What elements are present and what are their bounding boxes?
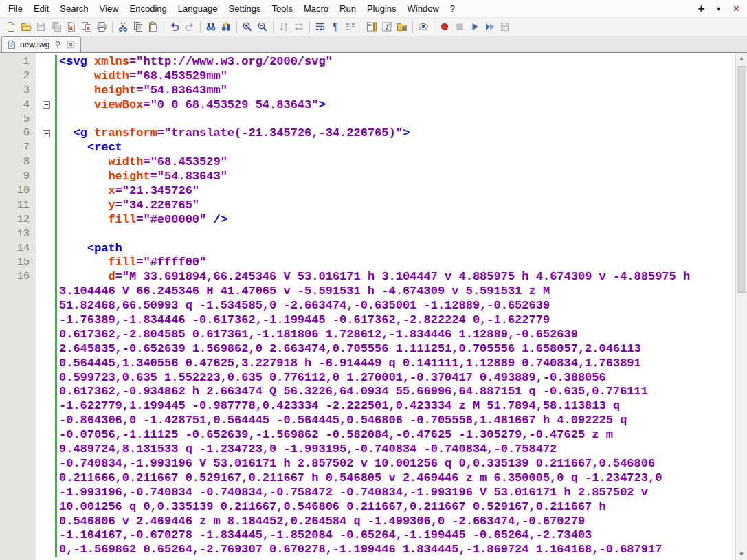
macro-run-multiple-button[interactable] [482, 19, 498, 34]
menu-item-encoding[interactable]: Encoding [124, 1, 172, 16]
editor-row[interactable]: 14 <path [0, 242, 735, 256]
scroll-thumb[interactable] [737, 66, 746, 293]
editor-row[interactable]: 1<svg xmlns="http://www.w3.org/2000/svg" [0, 55, 735, 69]
editor-row[interactable]: 5 [0, 113, 735, 127]
copy-button[interactable] [131, 19, 146, 34]
editor-row[interactable]: 6 <g transform="translate(-21.345726,-34… [0, 126, 735, 141]
menu-item-window[interactable]: Window [402, 1, 445, 16]
print-button[interactable] [94, 19, 109, 34]
line-number: 8 [0, 155, 36, 170]
menu-item-macro[interactable]: Macro [298, 1, 334, 16]
editor-row[interactable]: 0.564445,1.340556 0.47625,3.227918 h -6.… [0, 357, 735, 371]
menu-item-language[interactable]: Language [172, 1, 223, 16]
menu-item-search[interactable]: Search [54, 1, 93, 16]
editor-row[interactable]: 7 <rect [0, 141, 735, 155]
editor-row[interactable]: -1.993196,-0.740834 -0.740834,-0.758472 … [0, 486, 735, 500]
undo-button[interactable] [167, 19, 182, 34]
function-list-button[interactable]: f [379, 19, 394, 34]
sync-vertical-button[interactable] [276, 19, 291, 34]
editor-row[interactable]: 8 width="68.453529" [0, 155, 735, 170]
tab-list-dropdown[interactable]: ▼ [715, 5, 722, 12]
scroll-down-arrow[interactable]: ▼ [736, 548, 747, 560]
editor-row[interactable]: -1.164167,-0.670278 -1.834445,-1.852084 … [0, 528, 735, 543]
editor-row[interactable]: 12 fill="#e00000" /> [0, 213, 735, 227]
monitoring-button[interactable] [416, 19, 431, 34]
editor-pane[interactable]: 1<svg xmlns="http://www.w3.org/2000/svg"… [0, 53, 747, 560]
menu-item-file[interactable]: File [3, 1, 28, 16]
editor-row[interactable]: 9.489724,8.131533 q -1.234723,0 -1.99319… [0, 443, 735, 457]
menu-item-view[interactable]: View [94, 1, 124, 16]
fold-margin [36, 328, 55, 342]
xml-text [59, 199, 108, 212]
editor-row[interactable]: 0.617362,-0.934862 h 2.663474 Q 56.3226,… [0, 385, 735, 399]
close-button[interactable] [64, 19, 79, 34]
vertical-scrollbar[interactable]: ▲ ▼ [735, 53, 747, 560]
macro-play-button[interactable] [467, 19, 482, 34]
menu-item-tools[interactable]: Tools [267, 1, 298, 16]
xml-value: -1.76389,-1.834446 -0.617362,-1.199445 -… [59, 313, 550, 326]
editor-row[interactable]: -1.76389,-1.834446 -0.617362,-1.199445 -… [0, 313, 735, 328]
editor-row[interactable]: 0.599723,0.635 1.552223,0.635 0.776112,0… [0, 371, 735, 385]
new-file-button[interactable] [3, 19, 19, 34]
open-file-button[interactable] [19, 19, 34, 34]
editor-row[interactable]: -0.07056,-1.11125 -0.652639,-1.569862 -0… [0, 428, 735, 443]
editor-row[interactable]: 51.82468,66.50993 q -1.534585,0 -2.66347… [0, 299, 735, 313]
paste-button[interactable] [146, 19, 161, 34]
save-all-button[interactable] [49, 19, 64, 34]
replace-button[interactable] [219, 19, 234, 34]
editor-row[interactable]: -1.622779,1.199445 -0.987778,0.423334 -2… [0, 399, 735, 414]
menu-item-settings[interactable]: Settings [223, 1, 267, 16]
editor-row[interactable]: 4 viewBox="0 0 68.453529 54.83643"> [0, 98, 735, 113]
close-all-button[interactable] [79, 19, 94, 34]
folder-as-workspace-button[interactable] [394, 19, 410, 34]
zoom-in-button[interactable] [240, 19, 255, 34]
scroll-up-arrow[interactable]: ▲ [736, 53, 747, 65]
editor-row[interactable]: 3.104446 V 66.245346 H 41.47065 v -5.591… [0, 284, 735, 299]
menu-item-run[interactable]: Run [334, 1, 361, 16]
editor-row[interactable]: 0.546806 v 2.469446 z m 8.184452,0.26458… [0, 515, 735, 529]
editor-row[interactable]: 9 height="54.83643" [0, 170, 735, 184]
tab-new-svg[interactable]: new.svg [1, 36, 81, 52]
editor-row[interactable]: 3 height="54.83643mm" [0, 84, 735, 98]
editor-row[interactable]: 11 y="34.226765" [0, 199, 735, 213]
editor-row[interactable]: 2 width="68.453529mm" [0, 69, 735, 84]
menu-item-plugins[interactable]: Plugins [361, 1, 402, 16]
tab-close-icon[interactable] [66, 40, 76, 49]
editor-row[interactable]: 10 x="21.345726" [0, 184, 735, 199]
fold-collapse-icon[interactable] [43, 130, 50, 137]
show-all-characters-button[interactable]: ¶ [328, 19, 343, 34]
editor-row[interactable]: -0.864306,0 -1.428751,0.564445 -0.564445… [0, 414, 735, 428]
editor-row[interactable]: 2.645835,-0.652639 1.569862,0 2.663474,0… [0, 342, 735, 357]
menu-item-edit[interactable]: Edit [28, 1, 54, 16]
macro-stop-button[interactable] [452, 19, 467, 34]
editor-row[interactable]: 13 [0, 227, 735, 242]
editor-row[interactable]: 0,-1.569862 0.65264,-2.769307 0.670278,-… [0, 543, 735, 557]
code-line: fill="#ffff00" [57, 256, 735, 270]
fold-collapse-icon[interactable] [43, 101, 50, 109]
redo-button[interactable] [182, 19, 197, 34]
editor-row[interactable]: 15 fill="#ffff00" [0, 256, 735, 270]
editor-row[interactable]: 16 d="M 33.691894,66.245346 V 53.016171 … [0, 270, 735, 284]
document-map-button[interactable] [364, 19, 379, 34]
new-tab-button[interactable]: + [698, 3, 704, 15]
macro-play-icon [469, 21, 480, 32]
cut-button[interactable] [115, 19, 131, 34]
editor-row[interactable]: -0.740834,-1.993196 V 53.016171 h 2.8575… [0, 457, 735, 471]
pin-icon[interactable] [53, 40, 63, 49]
xml-text [59, 98, 94, 111]
sync-horizontal-button[interactable] [291, 19, 306, 34]
editor-row[interactable]: 0.211666,0.211667 0.529167,0.211667 h 0.… [0, 471, 735, 486]
macro-save-button[interactable] [498, 19, 513, 34]
indent-guide-button[interactable] [343, 19, 358, 34]
find-button[interactable] [203, 19, 219, 34]
menu-item-help[interactable]: ? [445, 1, 460, 16]
save-button[interactable] [34, 19, 49, 34]
editor-row[interactable]: 10.001256 q 0,0.335139 0.211667,0.546806… [0, 500, 735, 515]
close-document-button[interactable]: ✕ [733, 3, 740, 14]
editor-row[interactable]: 0.617362,-2.804585 0.617361,-1.181806 1.… [0, 328, 735, 342]
zoom-out-button[interactable] [255, 19, 270, 34]
word-wrap-button[interactable] [313, 19, 328, 34]
code-line: d="M 33.691894,66.245346 V 53.016171 h 3… [57, 270, 735, 284]
line-number: 15 [0, 256, 36, 270]
macro-record-button[interactable] [437, 19, 452, 34]
